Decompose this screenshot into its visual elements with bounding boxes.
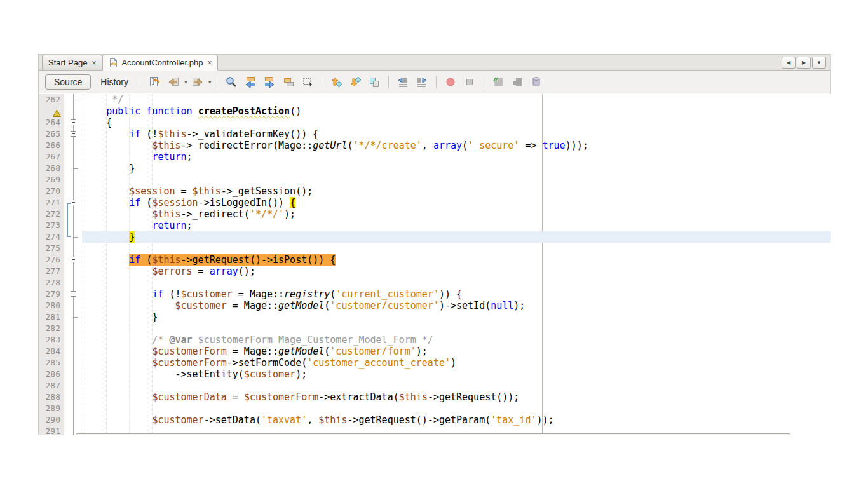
horizontal-scrollbar[interactable] bbox=[76, 433, 790, 435]
insert-code-icon[interactable] bbox=[528, 74, 545, 90]
line-number: 275 bbox=[39, 243, 60, 254]
back-icon[interactable] bbox=[165, 74, 182, 90]
code-token: if bbox=[129, 128, 140, 140]
code-line-270[interactable]: $session = $this->_getSession(); bbox=[82, 186, 831, 197]
line-number: 278 bbox=[39, 277, 60, 288]
code-line-287[interactable] bbox=[82, 380, 831, 391]
code-line-271[interactable]: if ($session->isLoggedIn()) { bbox=[82, 197, 831, 208]
source-view-button[interactable]: Source bbox=[45, 74, 91, 90]
fold-collapse-box[interactable] bbox=[71, 200, 76, 205]
uncomment-icon[interactable] bbox=[509, 74, 526, 90]
code-token: ); bbox=[513, 300, 525, 311]
code-token: } bbox=[129, 231, 135, 243]
shift-right-icon[interactable] bbox=[414, 74, 430, 90]
history-view-button[interactable]: History bbox=[93, 77, 135, 87]
code-line-264[interactable]: { bbox=[82, 117, 831, 128]
scroll-tabs-left-button[interactable]: ◀ bbox=[782, 57, 796, 69]
code-token: } bbox=[83, 311, 158, 323]
next-bookmark-icon[interactable] bbox=[347, 74, 363, 90]
stop-macro-icon[interactable] bbox=[461, 74, 478, 90]
code-line-267[interactable]: return; bbox=[82, 151, 831, 163]
toggle-bookmark-icon[interactable] bbox=[366, 74, 383, 90]
code-token: ->getRequest()->getParam( bbox=[347, 414, 491, 426]
line-number: 283 bbox=[39, 334, 60, 346]
code-line-290[interactable]: $customer->setData('taxvat', $this->getR… bbox=[82, 414, 831, 426]
code-token: (); bbox=[238, 266, 255, 277]
code-token: $customer bbox=[181, 288, 233, 300]
code-editor[interactable]: */ public function createPostAction() { … bbox=[39, 94, 831, 435]
line-number: 272 bbox=[39, 208, 60, 220]
code-line-277[interactable]: $errors = array(); bbox=[82, 266, 831, 277]
code-line-268[interactable]: } bbox=[82, 163, 831, 174]
tab-start-page[interactable]: Start Page × bbox=[42, 55, 102, 70]
next-occurrence-icon[interactable] bbox=[261, 74, 278, 90]
code-line-284[interactable]: $customerForm = Mage::getModel('customer… bbox=[82, 346, 831, 357]
code-token: = bbox=[175, 186, 193, 197]
code-line-269[interactable] bbox=[82, 174, 831, 186]
fold-end-tick bbox=[74, 168, 78, 169]
forward-dropdown-icon[interactable]: ▼ bbox=[208, 80, 212, 85]
code-line-281[interactable]: } bbox=[82, 311, 831, 323]
code-token: ->_redirect( bbox=[181, 208, 250, 220]
record-macro-icon[interactable] bbox=[442, 74, 459, 90]
last-edit-icon[interactable] bbox=[146, 74, 163, 90]
code-line-272[interactable]: $this->_redirect('*/*/'); bbox=[82, 208, 831, 220]
code-line-289[interactable] bbox=[82, 403, 831, 414]
php-file-icon: php bbox=[109, 58, 118, 68]
code-line-263[interactable]: public function createPostAction() bbox=[82, 105, 831, 117]
code-line-288[interactable]: $customerData = $customerForm->extractDa… bbox=[82, 391, 831, 403]
code-token: ); bbox=[284, 208, 295, 220]
forward-icon[interactable] bbox=[189, 74, 206, 90]
code-line-266[interactable]: $this->_redirectError(Mage::getUrl('*/*/… bbox=[82, 140, 831, 151]
code-line-279[interactable]: if (!$customer = Mage::registry('current… bbox=[82, 288, 831, 300]
tab-scroll-controls: ◀ ▶ ▼ bbox=[782, 57, 826, 69]
scroll-tabs-right-button[interactable]: ▶ bbox=[797, 57, 811, 69]
code-token: '*/*/create' bbox=[353, 140, 421, 151]
fold-collapse-box[interactable] bbox=[71, 257, 76, 262]
code-token: = Mage:: bbox=[227, 300, 278, 311]
code-line-262[interactable]: */ bbox=[82, 94, 831, 105]
close-icon[interactable]: × bbox=[92, 59, 96, 67]
code-token: getUrl bbox=[313, 140, 347, 151]
code-token: if bbox=[152, 288, 163, 300]
code-line-286[interactable]: ->setEntity($customer); bbox=[82, 369, 831, 380]
comment-icon[interactable] bbox=[490, 74, 506, 90]
code-token bbox=[83, 140, 152, 151]
fold-collapse-box[interactable] bbox=[71, 131, 76, 137]
code-token: $customerForm Mage_Customer_Model_Form *… bbox=[193, 334, 433, 346]
matching-block-bracket bbox=[67, 203, 71, 237]
code-token: $this bbox=[152, 208, 180, 220]
code-line-283[interactable]: /* @var $customerForm Mage_Customer_Mode… bbox=[82, 334, 831, 346]
code-token: $this bbox=[399, 391, 428, 403]
code-line-275[interactable] bbox=[82, 243, 831, 254]
documents-list-button[interactable]: ▼ bbox=[812, 57, 826, 69]
code-token bbox=[83, 346, 152, 357]
back-dropdown-icon[interactable]: ▼ bbox=[184, 80, 188, 85]
find-selection-icon[interactable] bbox=[223, 74, 240, 90]
code-token: return bbox=[152, 151, 186, 163]
code-line-285[interactable]: $customerForm->setFormCode('customer_acc… bbox=[82, 357, 831, 369]
tab-accountcontroller-php[interactable]: php AccountController.php × bbox=[102, 55, 218, 71]
code-line-282[interactable] bbox=[82, 323, 831, 334]
previous-bookmark-icon[interactable] bbox=[328, 74, 344, 90]
code-line-276[interactable]: if ($this->getRequest()->isPost()) { bbox=[82, 254, 831, 266]
code-token: = bbox=[227, 391, 244, 403]
code-line-274[interactable]: } bbox=[82, 231, 831, 243]
close-icon[interactable]: × bbox=[207, 59, 212, 67]
previous-occurrence-icon[interactable] bbox=[242, 74, 259, 90]
code-line-273[interactable]: return; bbox=[82, 220, 831, 231]
toggle-highlight-icon[interactable] bbox=[280, 74, 297, 90]
code-line-278[interactable] bbox=[82, 277, 831, 288]
code-line-265[interactable]: if (!$this->_validateFormKey()) { bbox=[82, 128, 831, 140]
code-token: => bbox=[519, 140, 542, 151]
line-number: 286 bbox=[39, 369, 60, 380]
line-number: 264 bbox=[39, 117, 60, 128]
fold-collapse-box[interactable] bbox=[71, 119, 76, 125]
code-token: $this bbox=[152, 254, 180, 266]
shift-left-icon[interactable] bbox=[395, 74, 411, 90]
rectangular-selection-icon[interactable] bbox=[299, 74, 316, 90]
code-line-280[interactable]: $customer = Mage::getModel('customer/cus… bbox=[82, 300, 831, 311]
code-token bbox=[83, 105, 106, 117]
fold-collapse-box[interactable] bbox=[71, 291, 76, 297]
code-token: createPostAction bbox=[198, 105, 290, 117]
